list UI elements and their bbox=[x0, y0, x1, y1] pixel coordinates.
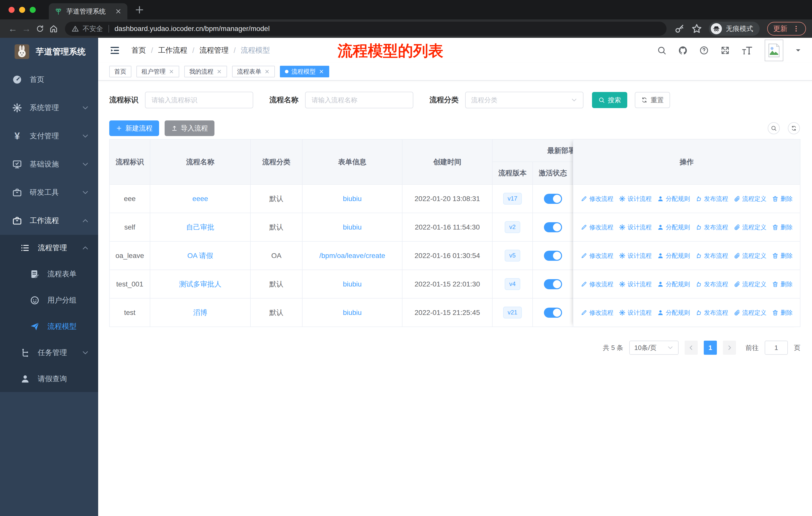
password-key-icon[interactable] bbox=[674, 23, 685, 34]
minimize-window-button[interactable] bbox=[19, 7, 25, 13]
sidebar-item-task-mgmt[interactable]: 任务管理 bbox=[0, 340, 98, 366]
window-controls[interactable] bbox=[8, 7, 36, 13]
action-design-process[interactable]: 设计流程 bbox=[619, 195, 652, 203]
action-delete[interactable]: 删除 bbox=[772, 195, 793, 203]
tab-close-icon[interactable] bbox=[115, 8, 122, 15]
form-link[interactable]: biubiu bbox=[343, 309, 362, 317]
reset-button[interactable]: 重置 bbox=[635, 92, 670, 108]
active-toggle[interactable] bbox=[544, 251, 562, 261]
forward-button[interactable]: → bbox=[20, 24, 33, 34]
action-process-definition[interactable]: 流程定义 bbox=[734, 280, 766, 288]
tag-process-model[interactable]: 流程模型 bbox=[280, 66, 329, 77]
fullscreen-icon[interactable] bbox=[720, 46, 730, 55]
version-tag[interactable]: v5 bbox=[505, 250, 520, 261]
action-edit-process[interactable]: 修改流程 bbox=[581, 195, 613, 203]
action-assign-rule[interactable]: 分配规则 bbox=[657, 252, 690, 260]
model-name-link[interactable]: 自己审批 bbox=[186, 223, 214, 231]
model-name-link[interactable]: 测试多审批人 bbox=[179, 280, 222, 288]
import-process-button[interactable]: 导入流程 bbox=[165, 120, 214, 136]
action-edit-process[interactable]: 修改流程 bbox=[581, 309, 613, 317]
action-delete[interactable]: 删除 bbox=[772, 223, 793, 231]
close-icon[interactable] bbox=[319, 69, 324, 74]
breadcrumb-workflow[interactable]: 工作流程 bbox=[158, 45, 187, 55]
action-edit-process[interactable]: 修改流程 bbox=[581, 223, 613, 231]
action-design-process[interactable]: 设计流程 bbox=[619, 223, 652, 231]
action-delete[interactable]: 删除 bbox=[772, 309, 793, 317]
sidebar-collapse-icon[interactable] bbox=[109, 45, 120, 56]
sidebar-item-process-form[interactable]: 流程表单 bbox=[0, 261, 98, 287]
tag-my-process[interactable]: 我的流程 bbox=[184, 66, 227, 77]
action-publish-process[interactable]: 发布流程 bbox=[695, 252, 728, 260]
version-tag[interactable]: v17 bbox=[503, 193, 522, 204]
version-tag[interactable]: v21 bbox=[503, 307, 522, 318]
current-page-button[interactable]: 1 bbox=[704, 341, 717, 355]
action-publish-process[interactable]: 发布流程 bbox=[695, 309, 728, 317]
form-link[interactable]: biubiu bbox=[343, 223, 362, 231]
sidebar-item-leave-query[interactable]: 请假查询 bbox=[0, 366, 98, 392]
back-button[interactable]: ← bbox=[6, 24, 20, 34]
sidebar-item-user-group[interactable]: 用户分组 bbox=[0, 287, 98, 314]
model-name-link[interactable]: 滔博 bbox=[193, 309, 207, 317]
action-assign-rule[interactable]: 分配规则 bbox=[657, 223, 690, 231]
close-window-button[interactable] bbox=[8, 7, 14, 13]
action-process-definition[interactable]: 流程定义 bbox=[734, 252, 766, 260]
model-name-link[interactable]: OA 请假 bbox=[187, 252, 213, 260]
model-name-link[interactable]: eeee bbox=[192, 195, 208, 202]
action-process-definition[interactable]: 流程定义 bbox=[734, 195, 766, 203]
browser-menu-icon[interactable] bbox=[792, 24, 800, 33]
action-delete[interactable]: 删除 bbox=[772, 280, 793, 288]
sidebar-item-payment[interactable]: ¥ 支付管理 bbox=[0, 122, 98, 150]
goto-page-input[interactable] bbox=[765, 341, 788, 355]
action-design-process[interactable]: 设计流程 bbox=[619, 280, 652, 288]
action-publish-process[interactable]: 发布流程 bbox=[695, 223, 728, 231]
font-size-icon[interactable] bbox=[742, 46, 753, 55]
sidebar-item-workflow[interactable]: 工作流程 bbox=[0, 207, 98, 235]
browser-tab[interactable]: 芋道管理系统 bbox=[49, 3, 127, 19]
help-icon[interactable] bbox=[699, 46, 709, 55]
active-toggle[interactable] bbox=[544, 279, 562, 289]
action-assign-rule[interactable]: 分配规则 bbox=[657, 309, 690, 317]
key-input[interactable] bbox=[145, 92, 253, 108]
sidebar-item-home[interactable]: 首页 bbox=[0, 65, 98, 94]
avatar[interactable] bbox=[765, 39, 783, 61]
action-publish-process[interactable]: 发布流程 bbox=[695, 195, 728, 203]
form-link[interactable]: /bpm/oa/leave/create bbox=[319, 252, 385, 260]
search-button[interactable]: 搜索 bbox=[592, 92, 627, 108]
active-toggle[interactable] bbox=[544, 194, 562, 204]
tag-home[interactable]: 首页 bbox=[109, 66, 132, 77]
action-edit-process[interactable]: 修改流程 bbox=[581, 252, 613, 260]
action-edit-process[interactable]: 修改流程 bbox=[581, 280, 613, 288]
tag-process-form[interactable]: 流程表单 bbox=[232, 66, 275, 77]
action-delete[interactable]: 删除 bbox=[772, 252, 793, 260]
close-icon[interactable] bbox=[216, 69, 222, 74]
maximize-window-button[interactable] bbox=[30, 7, 36, 13]
breadcrumb-home[interactable]: 首页 bbox=[132, 45, 146, 55]
github-icon[interactable] bbox=[678, 46, 688, 55]
reload-button[interactable] bbox=[33, 24, 47, 33]
category-select[interactable]: 流程分类 bbox=[465, 92, 583, 108]
sidebar-item-process-model[interactable]: 流程模型 bbox=[0, 314, 98, 340]
active-toggle[interactable] bbox=[544, 308, 562, 318]
sidebar-item-devtools[interactable]: 研发工具 bbox=[0, 179, 98, 207]
form-link[interactable]: biubiu bbox=[343, 280, 362, 288]
tag-tenant[interactable]: 租户管理 bbox=[137, 66, 179, 77]
form-link[interactable]: biubiu bbox=[343, 195, 362, 202]
action-process-definition[interactable]: 流程定义 bbox=[734, 223, 766, 231]
bookmark-star-icon[interactable] bbox=[691, 23, 702, 34]
prev-page-button[interactable] bbox=[685, 341, 698, 355]
action-design-process[interactable]: 设计流程 bbox=[619, 252, 652, 260]
url-bar[interactable]: 不安全 dashboard.yudao.iocoder.cn/bpm/manag… bbox=[65, 22, 667, 36]
breadcrumb-process-mgmt[interactable]: 流程管理 bbox=[199, 45, 229, 55]
search-icon[interactable] bbox=[657, 46, 667, 55]
sidebar-item-process-mgmt[interactable]: 流程管理 bbox=[0, 235, 98, 261]
create-process-button[interactable]: 新建流程 bbox=[109, 120, 159, 136]
version-tag[interactable]: v4 bbox=[505, 278, 520, 290]
sidebar-item-system[interactable]: 系统管理 bbox=[0, 94, 98, 122]
action-publish-process[interactable]: 发布流程 bbox=[695, 280, 728, 288]
refresh-table-button[interactable] bbox=[788, 122, 800, 134]
next-page-button[interactable] bbox=[723, 341, 736, 355]
action-design-process[interactable]: 设计流程 bbox=[619, 309, 652, 317]
home-button[interactable] bbox=[47, 24, 60, 33]
close-icon[interactable] bbox=[264, 69, 270, 74]
action-assign-rule[interactable]: 分配规则 bbox=[657, 195, 690, 203]
